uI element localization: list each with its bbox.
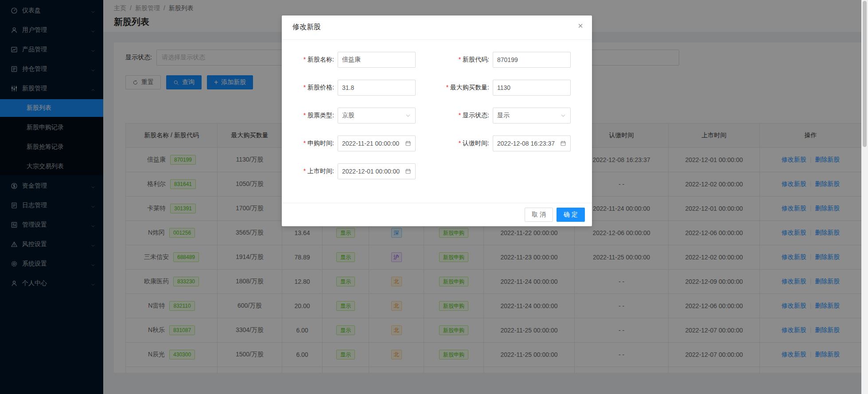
cancel-button[interactable]: 取 消 — [525, 208, 553, 222]
close-icon[interactable]: × — [578, 21, 583, 30]
display-status-select[interactable]: 显示 — [493, 108, 571, 124]
stock-type-select[interactable]: 京股 — [338, 108, 416, 124]
stock-price-input[interactable]: 31.8 — [338, 80, 416, 96]
stock-code-value: 870199 — [497, 56, 518, 63]
listing-time-label: *上市时间: — [284, 167, 338, 175]
display-status-form-item: *显示状态:显示 — [416, 108, 571, 124]
subscribe-time-value: 2022-11-21 00:00:00 — [342, 140, 399, 147]
max-buy-quantity-form-item: *最大购买数量:1130 — [416, 80, 571, 96]
required-mark: * — [446, 84, 448, 91]
edit-stock-modal: 修改新股 × *新股名称:倍益康*新股代码:870199*新股价格:31.8*最… — [282, 15, 592, 226]
display-status-value: 显示 — [497, 112, 510, 120]
calendar-icon — [405, 140, 411, 147]
required-mark: * — [304, 84, 306, 91]
confirm-button[interactable]: 确 定 — [557, 208, 585, 222]
required-mark: * — [304, 139, 306, 147]
stock-price-label: *新股价格: — [284, 84, 338, 92]
modal-title: 修改新股 — [292, 23, 321, 31]
stock-type-value: 京股 — [342, 112, 354, 120]
calendar-icon — [560, 140, 566, 147]
max-buy-quantity-value: 1130 — [497, 84, 510, 91]
stock-type-form-item: *股票类型:京股 — [284, 108, 416, 124]
stock-code-input[interactable]: 870199 — [493, 52, 571, 68]
stock-type-label: *股票类型: — [284, 112, 338, 120]
confirm-time-form-item: *认缴时间:2022-12-08 16:23:37 — [416, 135, 571, 151]
stock-name-form-item: *新股名称:倍益康 — [284, 52, 416, 68]
max-buy-quantity-input[interactable]: 1130 — [493, 80, 571, 96]
stock-name-input[interactable]: 倍益康 — [338, 52, 416, 68]
form-row: *上市时间:2022-12-01 00:00:00 — [284, 163, 581, 179]
form-row: *新股价格:31.8*最大购买数量:1130 — [284, 80, 581, 96]
stock-name-label: *新股名称: — [284, 56, 338, 64]
display-status-label: *显示状态: — [416, 112, 493, 120]
max-buy-quantity-label: *最大购买数量: — [416, 84, 493, 92]
stock-price-value: 31.8 — [342, 84, 354, 91]
required-mark: * — [304, 167, 306, 174]
form-row: *股票类型:京股*显示状态:显示 — [284, 108, 581, 124]
page-scrollbar[interactable] — [861, 0, 868, 394]
confirm-time-label: *认缴时间: — [416, 139, 493, 147]
stock-code-form-item: *新股代码:870199 — [416, 52, 571, 68]
required-mark: * — [304, 112, 306, 119]
listing-time-input[interactable]: 2022-12-01 00:00:00 — [338, 163, 416, 179]
modal-body: *新股名称:倍益康*新股代码:870199*新股价格:31.8*最大购买数量:1… — [282, 40, 592, 179]
confirm-time-input[interactable]: 2022-12-08 16:23:37 — [493, 135, 571, 151]
subscribe-time-label: *申购时间: — [284, 139, 338, 147]
scrollbar-thumb[interactable] — [863, 1, 867, 147]
calendar-icon — [405, 168, 411, 174]
form-row: *申购时间:2022-11-21 00:00:00*认缴时间:2022-12-0… — [284, 135, 581, 151]
subscribe-time-input[interactable]: 2022-11-21 00:00:00 — [338, 135, 416, 151]
required-mark: * — [459, 56, 461, 63]
app-root: 仪表盘用户管理产品管理持仓管理新股管理新股列表新股申购记录新股抢筹记录大宗交易列… — [0, 0, 868, 394]
confirm-time-value: 2022-12-08 16:23:37 — [497, 140, 555, 147]
subscribe-time-form-item: *申购时间:2022-11-21 00:00:00 — [284, 135, 416, 151]
stock-code-label: *新股代码: — [416, 56, 493, 64]
stock-price-form-item: *新股价格:31.8 — [284, 80, 416, 96]
required-mark: * — [304, 56, 306, 63]
listing-time-value: 2022-12-01 00:00:00 — [342, 168, 400, 175]
chevron-down-icon — [560, 112, 566, 119]
stock-name-value: 倍益康 — [342, 56, 361, 64]
required-mark: * — [459, 112, 461, 119]
listing-time-form-item: *上市时间:2022-12-01 00:00:00 — [284, 163, 416, 179]
form-row: *新股名称:倍益康*新股代码:870199 — [284, 52, 581, 68]
chevron-down-icon — [405, 112, 411, 119]
modal-footer: 取 消 确 定 — [282, 203, 592, 226]
modal-header: 修改新股 × — [282, 15, 592, 40]
required-mark: * — [459, 139, 461, 147]
